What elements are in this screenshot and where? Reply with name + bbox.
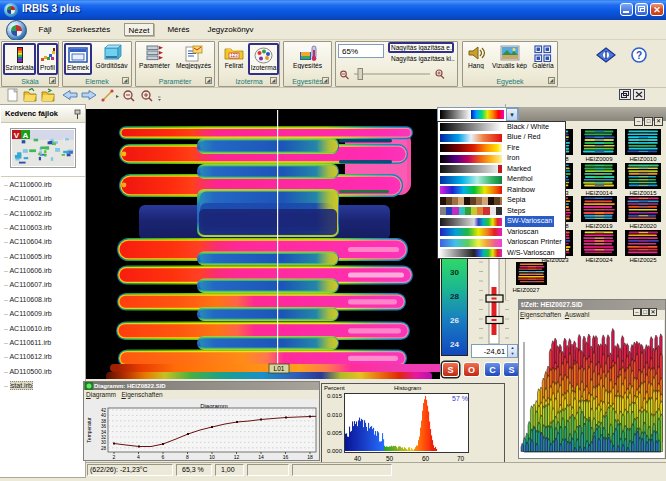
svg-text:34: 34	[101, 430, 107, 435]
svg-text:38: 38	[101, 419, 107, 424]
svg-text:Temperatur: Temperatur	[86, 417, 92, 443]
svg-text:28: 28	[101, 446, 107, 451]
svg-text:42: 42	[101, 408, 107, 413]
svg-text:4: 4	[137, 454, 140, 460]
svg-text:36: 36	[101, 424, 107, 429]
svg-text:32: 32	[101, 435, 107, 440]
svg-text:?: ?	[636, 50, 642, 61]
svg-text:8: 8	[186, 454, 189, 460]
svg-text:16: 16	[283, 454, 289, 460]
svg-text:10: 10	[209, 454, 215, 460]
svg-text:30: 30	[101, 440, 107, 445]
svg-text:123: 123	[230, 53, 238, 58]
svg-text:A: A	[23, 131, 29, 140]
svg-text:6: 6	[162, 454, 165, 460]
svg-text:14: 14	[258, 454, 264, 460]
svg-text:18: 18	[307, 454, 313, 460]
svg-text:40: 40	[101, 413, 107, 418]
svg-text:L01: L01	[274, 365, 285, 372]
svg-text:V: V	[14, 131, 20, 140]
svg-text:12: 12	[234, 454, 240, 460]
svg-text:2: 2	[113, 454, 116, 460]
